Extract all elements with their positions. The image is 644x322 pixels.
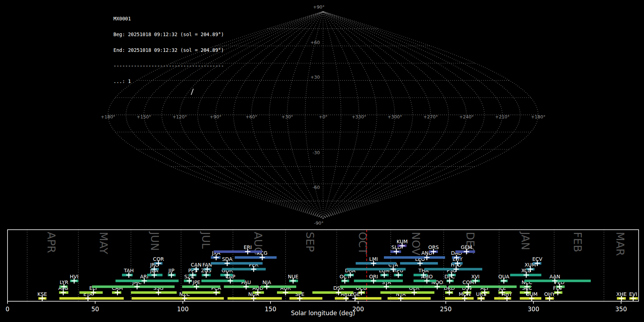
shower-bar xyxy=(355,297,381,300)
station-id: MX0001 xyxy=(113,16,224,21)
latitude-label: -60 xyxy=(313,185,320,190)
shower-label: EVI xyxy=(629,291,638,297)
shower-bar xyxy=(525,280,591,282)
x-tick-label: 250 xyxy=(440,306,452,313)
shower-bar xyxy=(340,286,423,288)
shower-bar xyxy=(384,256,445,259)
shower-label: COR xyxy=(153,256,164,262)
shower-bar xyxy=(92,286,175,288)
longitude-label: +0° xyxy=(319,114,328,119)
shower-bar xyxy=(347,268,406,270)
month-label: JUN xyxy=(148,231,161,251)
x-tick-label: 0 xyxy=(6,306,10,313)
longitude-label: +180° xyxy=(101,114,116,119)
x-tick-label: 100 xyxy=(177,306,189,313)
shower-label: HVI xyxy=(70,274,78,279)
pole-label-north: +90° xyxy=(313,4,325,10)
longitude-label: +90° xyxy=(210,114,221,119)
shower-label: JIP xyxy=(168,268,175,273)
shower-bar xyxy=(380,291,434,294)
shower-bar xyxy=(131,291,177,294)
end-time: End: 20251018 09:12:32 (sol = 204.89°) xyxy=(113,48,224,53)
shower-label: AAN xyxy=(550,274,560,279)
shower-label: KUM xyxy=(396,239,408,244)
sky-map-and-activity-plot: +90°-90°+60+30-30-60+180°+150°+120°+90°+… xyxy=(0,0,644,322)
shower-bar xyxy=(182,286,220,288)
shower-bar xyxy=(224,286,259,288)
longitude-label: +240° xyxy=(459,114,474,119)
month-label: FEB xyxy=(571,232,584,252)
shower-bar xyxy=(312,291,353,294)
shower-label: NIA xyxy=(263,279,272,285)
shower-bar xyxy=(132,297,224,300)
latitude-label: +60 xyxy=(311,40,320,45)
shower-label: ORI xyxy=(369,274,378,279)
shower-label: LMI xyxy=(369,256,378,262)
grid-meridian xyxy=(323,11,431,218)
month-label: SEP xyxy=(304,232,316,252)
shower-label: FAN xyxy=(203,262,212,268)
shower-label: GEM xyxy=(461,244,472,250)
longitude-label: +150° xyxy=(137,114,151,119)
x-tick-label: 50 xyxy=(91,306,99,313)
shower-bar xyxy=(116,280,179,282)
shower-bar xyxy=(445,297,474,300)
latitude-label: -30 xyxy=(313,150,320,155)
longitude-label: +210° xyxy=(495,114,510,119)
shower-label: TAH xyxy=(123,268,134,273)
shower-bar xyxy=(214,250,262,253)
x-tick-label: 300 xyxy=(528,306,539,313)
longitude-label: +120° xyxy=(172,114,187,119)
shower-label: ECV xyxy=(532,256,543,262)
shower-label: QUA xyxy=(498,274,509,279)
x-axis-title: Solar longitude (deg) xyxy=(291,309,355,317)
observation-info-block: MX0001 Beg: 20251018 09:12:32 (sol = 204… xyxy=(113,6,224,94)
shower-label: JPE xyxy=(192,279,200,285)
separator-line: -------------------------------------- xyxy=(113,63,224,69)
longitude-label: +30° xyxy=(281,114,293,119)
x-tick-label: 150 xyxy=(265,306,276,313)
shower-bar xyxy=(222,268,266,270)
shower-label: LYR xyxy=(60,279,68,285)
shower-bar xyxy=(277,291,302,294)
shower-bar xyxy=(201,280,245,282)
shower-label: XHE xyxy=(616,291,626,297)
month-label: JAN xyxy=(519,231,532,250)
shower-label: SDA xyxy=(222,256,232,262)
longitude-label: +180° xyxy=(531,114,546,119)
shower-count: ...: 1 xyxy=(113,79,224,84)
shower-label: CAN xyxy=(191,262,201,268)
shower-label: ORS xyxy=(428,244,439,250)
shower-label: KSE xyxy=(38,291,47,297)
shower-label: NUE xyxy=(288,274,298,279)
shower-bar xyxy=(289,297,322,300)
shower-bar xyxy=(449,286,517,288)
month-label: MAY xyxy=(97,232,110,254)
shower-label: OHY xyxy=(544,291,555,297)
longitude-label: +330° xyxy=(352,114,366,119)
pole-label-south: -90° xyxy=(314,220,324,226)
shower-label: XVI xyxy=(471,274,479,279)
begin-time: Beg: 20251018 09:12:32 (sol = 204.89°) xyxy=(113,32,224,37)
longitude-label: +60° xyxy=(245,114,257,119)
shower-bar xyxy=(211,262,263,265)
month-label: NOV xyxy=(410,232,422,256)
shower-bar xyxy=(235,256,277,259)
latitude-label: +30 xyxy=(311,74,320,80)
longitude-label: +300° xyxy=(387,114,402,119)
grid-meridian xyxy=(215,11,323,218)
month-label: JUL xyxy=(200,231,212,249)
longitude-label: +270° xyxy=(423,114,438,119)
shower-bar xyxy=(387,297,431,300)
shower-bar xyxy=(59,297,124,300)
shower-bar xyxy=(424,268,482,270)
month-label: APR xyxy=(45,232,58,253)
meteor-shower-activity-screen: +90°-90°+60+30-30-60+180°+150°+120°+90°+… xyxy=(0,0,644,322)
shower-label: ERI xyxy=(244,244,252,250)
shower-bar xyxy=(354,280,403,282)
x-tick-label: 350 xyxy=(615,306,627,313)
month-label: MAR xyxy=(614,232,626,256)
